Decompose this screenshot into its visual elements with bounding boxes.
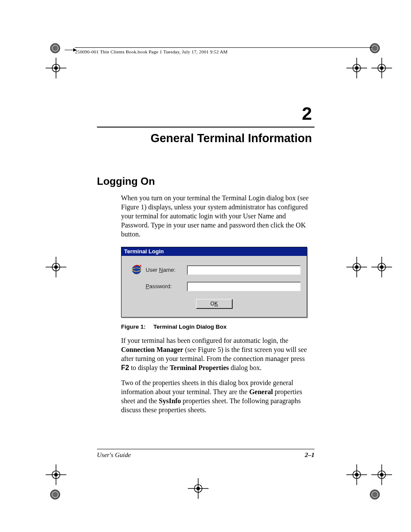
printer-mark-icon	[185, 476, 211, 501]
printer-mark-icon	[362, 35, 388, 61]
printer-mark-icon	[344, 55, 370, 81]
footer-right: 2–1	[305, 451, 315, 459]
username-input[interactable]	[187, 265, 301, 275]
footer-rule	[97, 449, 314, 449]
chapter-number: 2	[97, 103, 314, 124]
printer-mark-icon	[43, 55, 69, 81]
dialog-title: Terminal Login	[121, 247, 307, 256]
printer-mark-icon	[344, 462, 370, 488]
printer-mark-icon	[43, 254, 69, 280]
password-label: Password:	[146, 283, 187, 289]
printer-mark-icon	[362, 482, 388, 507]
paragraph: When you turn on your terminal the Termi…	[121, 193, 314, 239]
paragraph: Two of the properties sheets in this dia…	[121, 378, 314, 414]
chapter-rule	[97, 127, 314, 128]
footer-left: User's Guide	[97, 451, 131, 459]
printer-mark-icon	[369, 462, 395, 488]
login-globe-icon	[128, 263, 146, 277]
printer-mark-icon	[42, 482, 68, 507]
ok-button[interactable]: OK	[196, 299, 232, 308]
book-header-text: 250090-001 Thin Clients Book.book Page 1…	[75, 49, 227, 54]
chapter-title: General Terminal Information	[97, 132, 314, 145]
printer-mark-icon	[369, 55, 395, 81]
printer-mark-icon	[369, 254, 395, 280]
password-input[interactable]	[187, 282, 301, 291]
terminal-login-dialog: Terminal Login User Name:	[121, 247, 307, 317]
header-rule	[75, 47, 372, 48]
section-heading: Logging On	[97, 175, 314, 187]
figure-caption: Figure 1:Terminal Login Dialog Box	[121, 324, 314, 330]
paragraph: If your terminal has been configured for…	[121, 336, 314, 372]
printer-mark-icon	[344, 254, 370, 280]
printer-mark-icon	[42, 35, 68, 61]
page-footer: User's Guide 2–1	[97, 451, 314, 459]
printer-mark-icon	[43, 462, 69, 488]
username-label: User Name:	[146, 267, 187, 273]
